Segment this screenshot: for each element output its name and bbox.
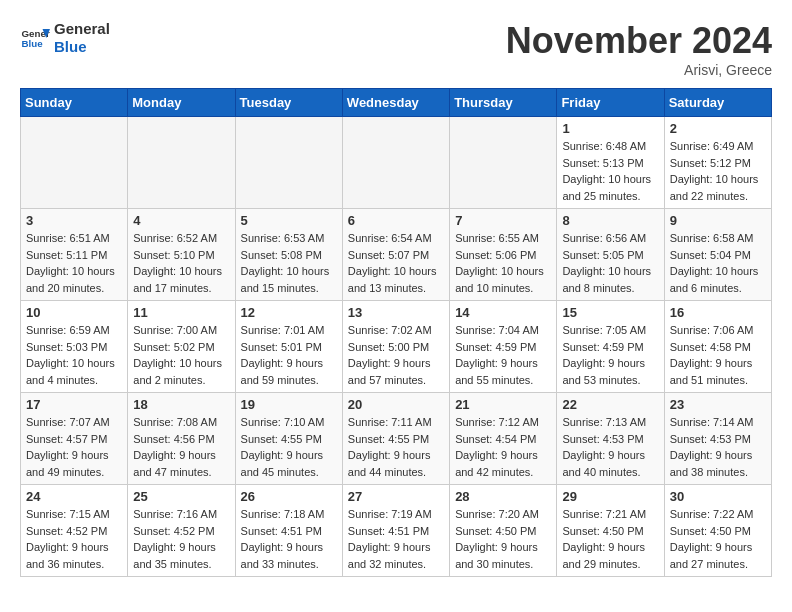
calendar-week-5: 24Sunrise: 7:15 AM Sunset: 4:52 PM Dayli… (21, 485, 772, 577)
day-info: Sunrise: 7:18 AM Sunset: 4:51 PM Dayligh… (241, 506, 337, 572)
calendar-cell: 3Sunrise: 6:51 AM Sunset: 5:11 PM Daylig… (21, 209, 128, 301)
calendar-cell (128, 117, 235, 209)
day-info: Sunrise: 6:55 AM Sunset: 5:06 PM Dayligh… (455, 230, 551, 296)
day-number: 4 (133, 213, 229, 228)
calendar-cell: 20Sunrise: 7:11 AM Sunset: 4:55 PM Dayli… (342, 393, 449, 485)
calendar-cell: 26Sunrise: 7:18 AM Sunset: 4:51 PM Dayli… (235, 485, 342, 577)
weekday-header-thursday: Thursday (450, 89, 557, 117)
calendar-cell: 7Sunrise: 6:55 AM Sunset: 5:06 PM Daylig… (450, 209, 557, 301)
day-info: Sunrise: 7:14 AM Sunset: 4:53 PM Dayligh… (670, 414, 766, 480)
calendar-week-2: 3Sunrise: 6:51 AM Sunset: 5:11 PM Daylig… (21, 209, 772, 301)
calendar-cell: 16Sunrise: 7:06 AM Sunset: 4:58 PM Dayli… (664, 301, 771, 393)
day-info: Sunrise: 7:15 AM Sunset: 4:52 PM Dayligh… (26, 506, 122, 572)
day-info: Sunrise: 7:06 AM Sunset: 4:58 PM Dayligh… (670, 322, 766, 388)
calendar-cell: 22Sunrise: 7:13 AM Sunset: 4:53 PM Dayli… (557, 393, 664, 485)
logo-general: General (54, 20, 110, 38)
day-number: 26 (241, 489, 337, 504)
day-number: 21 (455, 397, 551, 412)
day-info: Sunrise: 7:05 AM Sunset: 4:59 PM Dayligh… (562, 322, 658, 388)
calendar-cell: 11Sunrise: 7:00 AM Sunset: 5:02 PM Dayli… (128, 301, 235, 393)
day-number: 15 (562, 305, 658, 320)
day-info: Sunrise: 7:16 AM Sunset: 4:52 PM Dayligh… (133, 506, 229, 572)
calendar-cell: 24Sunrise: 7:15 AM Sunset: 4:52 PM Dayli… (21, 485, 128, 577)
day-number: 29 (562, 489, 658, 504)
calendar-cell: 4Sunrise: 6:52 AM Sunset: 5:10 PM Daylig… (128, 209, 235, 301)
day-number: 10 (26, 305, 122, 320)
calendar-table: SundayMondayTuesdayWednesdayThursdayFrid… (20, 88, 772, 577)
day-number: 2 (670, 121, 766, 136)
day-number: 19 (241, 397, 337, 412)
calendar-cell: 30Sunrise: 7:22 AM Sunset: 4:50 PM Dayli… (664, 485, 771, 577)
day-info: Sunrise: 6:59 AM Sunset: 5:03 PM Dayligh… (26, 322, 122, 388)
calendar-cell: 27Sunrise: 7:19 AM Sunset: 4:51 PM Dayli… (342, 485, 449, 577)
weekday-header-row: SundayMondayTuesdayWednesdayThursdayFrid… (21, 89, 772, 117)
day-info: Sunrise: 6:58 AM Sunset: 5:04 PM Dayligh… (670, 230, 766, 296)
day-number: 3 (26, 213, 122, 228)
calendar-cell: 14Sunrise: 7:04 AM Sunset: 4:59 PM Dayli… (450, 301, 557, 393)
day-number: 16 (670, 305, 766, 320)
day-info: Sunrise: 7:12 AM Sunset: 4:54 PM Dayligh… (455, 414, 551, 480)
day-info: Sunrise: 6:52 AM Sunset: 5:10 PM Dayligh… (133, 230, 229, 296)
day-number: 23 (670, 397, 766, 412)
page-header: General Blue General Blue November 2024 … (20, 20, 772, 78)
logo-icon: General Blue (20, 23, 50, 53)
weekday-header-saturday: Saturday (664, 89, 771, 117)
day-info: Sunrise: 6:53 AM Sunset: 5:08 PM Dayligh… (241, 230, 337, 296)
svg-text:Blue: Blue (22, 38, 44, 49)
day-number: 9 (670, 213, 766, 228)
day-number: 24 (26, 489, 122, 504)
day-number: 18 (133, 397, 229, 412)
day-number: 30 (670, 489, 766, 504)
day-number: 12 (241, 305, 337, 320)
calendar-cell (342, 117, 449, 209)
day-info: Sunrise: 7:01 AM Sunset: 5:01 PM Dayligh… (241, 322, 337, 388)
calendar-cell: 8Sunrise: 6:56 AM Sunset: 5:05 PM Daylig… (557, 209, 664, 301)
calendar-cell: 9Sunrise: 6:58 AM Sunset: 5:04 PM Daylig… (664, 209, 771, 301)
calendar-cell: 28Sunrise: 7:20 AM Sunset: 4:50 PM Dayli… (450, 485, 557, 577)
day-info: Sunrise: 7:11 AM Sunset: 4:55 PM Dayligh… (348, 414, 444, 480)
calendar-cell (450, 117, 557, 209)
day-number: 17 (26, 397, 122, 412)
day-number: 13 (348, 305, 444, 320)
day-info: Sunrise: 6:56 AM Sunset: 5:05 PM Dayligh… (562, 230, 658, 296)
calendar-cell (21, 117, 128, 209)
day-info: Sunrise: 7:02 AM Sunset: 5:00 PM Dayligh… (348, 322, 444, 388)
day-number: 7 (455, 213, 551, 228)
day-info: Sunrise: 7:00 AM Sunset: 5:02 PM Dayligh… (133, 322, 229, 388)
calendar-cell: 10Sunrise: 6:59 AM Sunset: 5:03 PM Dayli… (21, 301, 128, 393)
calendar-cell (235, 117, 342, 209)
day-number: 11 (133, 305, 229, 320)
calendar-cell: 19Sunrise: 7:10 AM Sunset: 4:55 PM Dayli… (235, 393, 342, 485)
calendar-cell: 1Sunrise: 6:48 AM Sunset: 5:13 PM Daylig… (557, 117, 664, 209)
logo: General Blue General Blue (20, 20, 110, 56)
calendar-cell: 15Sunrise: 7:05 AM Sunset: 4:59 PM Dayli… (557, 301, 664, 393)
day-info: Sunrise: 7:21 AM Sunset: 4:50 PM Dayligh… (562, 506, 658, 572)
calendar-cell: 25Sunrise: 7:16 AM Sunset: 4:52 PM Dayli… (128, 485, 235, 577)
calendar-cell: 6Sunrise: 6:54 AM Sunset: 5:07 PM Daylig… (342, 209, 449, 301)
day-number: 20 (348, 397, 444, 412)
day-number: 22 (562, 397, 658, 412)
location-label: Arisvi, Greece (506, 62, 772, 78)
calendar-cell: 18Sunrise: 7:08 AM Sunset: 4:56 PM Dayli… (128, 393, 235, 485)
day-number: 6 (348, 213, 444, 228)
weekday-header-tuesday: Tuesday (235, 89, 342, 117)
calendar-cell: 17Sunrise: 7:07 AM Sunset: 4:57 PM Dayli… (21, 393, 128, 485)
day-info: Sunrise: 7:10 AM Sunset: 4:55 PM Dayligh… (241, 414, 337, 480)
day-info: Sunrise: 6:48 AM Sunset: 5:13 PM Dayligh… (562, 138, 658, 204)
logo-blue: Blue (54, 38, 110, 56)
day-number: 25 (133, 489, 229, 504)
day-info: Sunrise: 7:08 AM Sunset: 4:56 PM Dayligh… (133, 414, 229, 480)
calendar-cell: 13Sunrise: 7:02 AM Sunset: 5:00 PM Dayli… (342, 301, 449, 393)
calendar-week-1: 1Sunrise: 6:48 AM Sunset: 5:13 PM Daylig… (21, 117, 772, 209)
day-info: Sunrise: 7:20 AM Sunset: 4:50 PM Dayligh… (455, 506, 551, 572)
day-info: Sunrise: 7:22 AM Sunset: 4:50 PM Dayligh… (670, 506, 766, 572)
calendar-cell: 12Sunrise: 7:01 AM Sunset: 5:01 PM Dayli… (235, 301, 342, 393)
day-number: 28 (455, 489, 551, 504)
calendar-cell: 23Sunrise: 7:14 AM Sunset: 4:53 PM Dayli… (664, 393, 771, 485)
weekday-header-monday: Monday (128, 89, 235, 117)
day-info: Sunrise: 7:13 AM Sunset: 4:53 PM Dayligh… (562, 414, 658, 480)
title-section: November 2024 Arisvi, Greece (506, 20, 772, 78)
month-title: November 2024 (506, 20, 772, 62)
weekday-header-sunday: Sunday (21, 89, 128, 117)
calendar-cell: 21Sunrise: 7:12 AM Sunset: 4:54 PM Dayli… (450, 393, 557, 485)
